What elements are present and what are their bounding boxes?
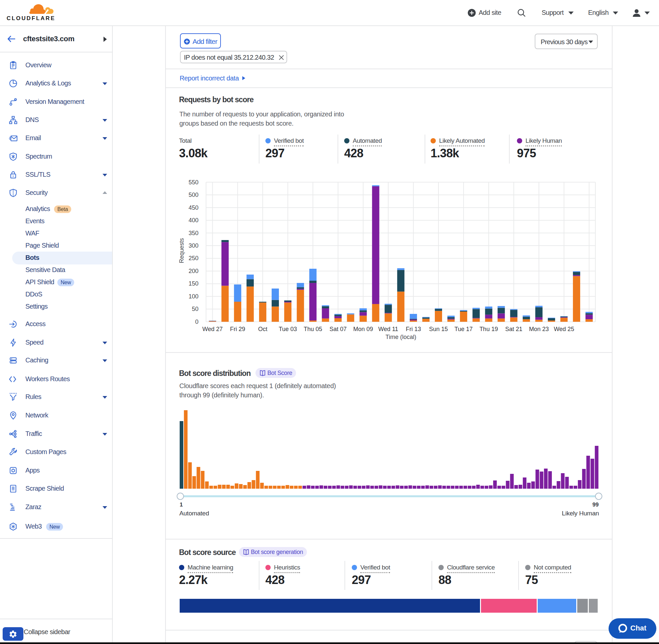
svg-text:0: 0 [195,319,198,325]
svg-text:Wed 11: Wed 11 [378,326,398,332]
svg-text:Wed 25: Wed 25 [554,326,574,332]
svg-text:200: 200 [189,268,198,274]
svg-text:350: 350 [189,230,198,236]
svg-text:Sun 15: Sun 15 [429,326,448,332]
svg-text:250: 250 [189,255,198,261]
svg-text:Sat 07: Sat 07 [329,326,347,332]
svg-text:Fri 29: Fri 29 [230,326,245,332]
svg-text:Wed 27: Wed 27 [203,326,223,332]
svg-text:Requests: Requests [178,238,185,263]
svg-text:100: 100 [189,293,198,300]
svg-text:1: 1 [180,502,183,508]
svg-text:450: 450 [189,204,198,211]
svg-text:Fri 13: Fri 13 [406,326,421,332]
svg-text:Sat 21: Sat 21 [505,326,522,332]
svg-text:99: 99 [592,502,599,508]
svg-text:400: 400 [189,217,198,224]
svg-text:Tue 03: Tue 03 [279,326,297,332]
svg-text:Time (local): Time (local) [385,334,416,340]
svg-text:Thu 05: Thu 05 [304,326,322,332]
svg-text:150: 150 [189,280,198,287]
svg-text:300: 300 [189,243,198,249]
svg-text:550: 550 [189,179,198,186]
svg-text:Mon 23: Mon 23 [529,326,549,332]
svg-text:500: 500 [189,191,198,198]
svg-text:50: 50 [192,306,198,312]
svg-text:Thu 19: Thu 19 [479,326,498,332]
svg-text:Mon 09: Mon 09 [353,326,373,332]
svg-text:Oct: Oct [258,326,267,332]
svg-text:Tue 17: Tue 17 [455,326,473,332]
